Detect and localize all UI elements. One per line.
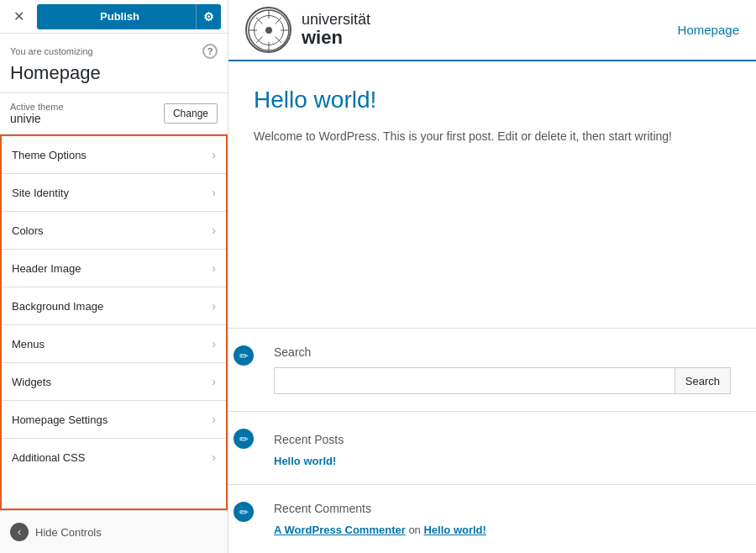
top-bar: ✕ Publish ⚙ — [0, 0, 228, 34]
menu-item-theme-options[interactable]: Theme Options › — [2, 136, 226, 174]
comment-on-text: on — [408, 524, 420, 536]
menu-item-widgets[interactable]: Widgets › — [2, 363, 226, 401]
svg-point-2 — [265, 27, 272, 34]
recent-post-link-0[interactable]: Hello world! — [274, 455, 336, 467]
menu-item-menus[interactable]: Menus › — [2, 325, 226, 363]
search-submit-button[interactable]: Search — [675, 367, 731, 394]
recent-posts-widget-title: Recent Posts — [274, 433, 731, 446]
publish-label: Publish — [37, 10, 196, 23]
menu-item-header-image[interactable]: Header Image › — [2, 250, 226, 287]
chevron-right-icon: › — [212, 186, 216, 199]
chevron-right-icon: › — [212, 224, 216, 237]
search-widget-title: Search — [274, 345, 731, 359]
chevron-right-icon: › — [212, 450, 216, 464]
recent-posts-widget-section: ✏ Recent Posts Hello world! — [228, 411, 756, 484]
recent-posts-widget: Recent Posts Hello world! — [254, 429, 731, 467]
menu-item-label: Background Image — [12, 300, 103, 313]
chevron-right-icon: › — [212, 375, 216, 388]
menu-item-label: Colors — [12, 224, 44, 237]
customizing-page-name: Homepage — [10, 62, 218, 84]
comment-meta: A WordPress Commenter on Hello world! — [274, 524, 731, 536]
site-name-line1: universität — [302, 12, 370, 29]
preview-area: universität wien Homepage Hello world! W… — [228, 0, 756, 553]
menu-item-label: Header Image — [12, 262, 81, 275]
menu-item-label: Additional CSS — [12, 451, 85, 464]
recent-comments-widget: Recent Comments A WordPress Commenter on… — [254, 502, 731, 536]
widget-edit-icon-search[interactable]: ✏ — [234, 345, 254, 366]
search-input[interactable] — [274, 367, 675, 394]
customizing-label: You are customizing ? — [10, 44, 218, 59]
content-area: Hello world! Welcome to WordPress. This … — [228, 61, 756, 328]
post-title: Hello world! — [254, 87, 731, 113]
publish-button[interactable]: Publish ⚙ — [37, 4, 221, 29]
active-theme-name: univie — [10, 112, 41, 125]
active-theme-section: Active theme univie Change — [0, 93, 228, 134]
gear-icon: ⚙ — [196, 4, 221, 29]
menu-item-label: Site Identity — [12, 187, 69, 199]
help-button[interactable]: ? — [202, 44, 218, 59]
hide-controls-button[interactable]: ‹ Hide Controls — [0, 510, 228, 553]
chevron-right-icon: › — [212, 299, 216, 313]
chevron-right-icon: › — [212, 261, 216, 275]
chevron-right-icon: › — [212, 337, 216, 350]
site-name: universität wien — [302, 12, 370, 49]
recent-comments-widget-section: ✏ Recent Comments A WordPress Commenter … — [228, 484, 756, 553]
customizing-section: You are customizing ? Homepage — [0, 34, 228, 93]
post-content: Welcome to WordPress. This is your first… — [254, 127, 731, 145]
chevron-right-icon: › — [212, 413, 216, 426]
menu-item-additional-css[interactable]: Additional CSS › — [2, 439, 226, 476]
menu-item-site-identity[interactable]: Site Identity › — [2, 174, 226, 212]
widget-edit-icon-recent-posts[interactable]: ✏ — [234, 429, 254, 449]
commenter-link[interactable]: A WordPress Commenter — [274, 524, 406, 536]
site-nav[interactable]: Homepage — [678, 23, 739, 37]
customizing-prefix: You are customizing — [10, 46, 93, 56]
hide-controls-label: Hide Controls — [35, 526, 102, 539]
menu-item-label: Widgets — [12, 376, 51, 388]
site-header: universität wien Homepage — [228, 0, 756, 61]
widget-edit-icon-recent-comments[interactable]: ✏ — [234, 502, 254, 522]
change-theme-button[interactable]: Change — [164, 103, 218, 124]
menu-item-homepage-settings[interactable]: Homepage Settings › — [2, 401, 226, 439]
recent-comments-widget-title: Recent Comments — [274, 502, 731, 515]
active-theme-label: Active theme — [10, 102, 64, 112]
customizer-menu: Theme Options › Site Identity › Colors ›… — [0, 134, 228, 510]
chevron-right-icon: › — [212, 148, 216, 161]
menu-item-label: Homepage Settings — [12, 413, 108, 426]
search-widget-section: ✏ Search Search — [228, 328, 756, 411]
comment-post-link[interactable]: Hello world! — [423, 524, 486, 536]
search-widget: Search — [274, 367, 731, 394]
sidebar: ✕ Publish ⚙ You are customizing ? Homepa… — [0, 0, 228, 553]
site-logo — [245, 7, 291, 53]
menu-item-label: Menus — [12, 338, 45, 350]
close-button[interactable]: ✕ — [7, 5, 30, 29]
site-name-line2: wien — [302, 28, 370, 48]
close-icon: ✕ — [13, 8, 24, 24]
menu-item-colors[interactable]: Colors › — [2, 212, 226, 250]
menu-item-label: Theme Options — [12, 149, 87, 161]
active-theme-info: Active theme univie — [10, 102, 64, 125]
hide-arrow-icon: ‹ — [10, 523, 29, 541]
menu-item-background-image[interactable]: Background Image › — [2, 287, 226, 325]
